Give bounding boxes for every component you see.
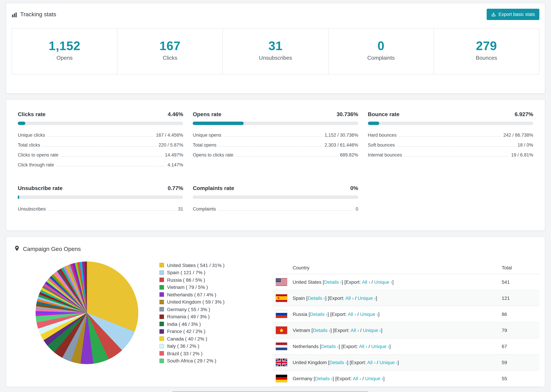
rate-row-label: Total opens [193,142,216,147]
horizontal-scrollbar-thumb[interactable] [172,391,369,392]
details-link[interactable]: Details › [308,295,325,301]
geo-table-body: United States [Details ›] [Export: All ›… [272,274,539,387]
export-all-link[interactable]: All › [367,360,375,365]
rate-row-label: Click through rate [18,162,54,168]
country-cell: Netherlands [Details ›] [Export: All › /… [276,343,502,350]
legend-swatch [160,278,164,282]
dotted-leader [48,210,176,210]
slash: / [360,328,361,333]
legend-item[interactable]: Russia ( 86 / 5% ) [160,276,225,284]
rate-row-value: 4.147% [168,162,183,168]
export-basic-stats-button[interactable]: Export basic stats [487,9,539,20]
tracking-stats-title-group: Tracking stats [12,11,56,18]
export-unique-link[interactable]: Unique › [363,328,381,333]
export-unique-link[interactable]: Unique › [374,279,392,285]
export-all-link[interactable]: All › [345,295,353,301]
geo-pie-chart[interactable] [35,261,138,364]
dotted-leader [47,136,154,137]
legend-item[interactable]: Brazil ( 33 / 2% ) [160,350,225,357]
unsubscribe-rate-progressbar [18,196,183,199]
country-name: United Kingdom [293,360,327,365]
stat-box: 1,152 Opens [12,28,117,74]
rate-row-value: 19 / 6.81% [511,152,533,158]
export-all-link[interactable]: All › [362,279,370,285]
country-cell: Vietnam [Details ›] [Export: All › / Uni… [276,327,502,334]
legend-item[interactable]: Vietnam ( 79 / 5% ) [160,284,225,291]
export-unique-link[interactable]: Unique › [358,295,376,301]
bracket: [ [344,279,346,285]
dotted-leader [218,210,353,210]
export-all-link[interactable]: All › [359,343,367,349]
export-all-link[interactable]: All › [353,376,361,381]
clicks-rate-title: Clicks rate [18,111,46,118]
column-header-total: Total [502,265,536,270]
legend-item[interactable]: Italy ( 36 / 2% ) [160,343,225,350]
legend-swatch [160,322,164,326]
stat-value: 1,152 [12,39,117,53]
rate-row-value: 167 / 4.456% [156,133,183,138]
rate-panel-bounce: Bounce rate 6.927% Hard bounces 242 / 86… [368,111,533,169]
legend-label: Italy ( 36 / 2% ) [167,343,199,349]
details-link[interactable]: Details › [329,360,347,365]
slash: / [355,295,356,301]
rate-row-value: 242 / 86.738% [503,133,533,138]
legend-item[interactable]: France ( 42 / 2% ) [160,328,225,335]
export-unique-link[interactable]: Unique › [365,376,383,381]
rate-row: Internal bounces 19 / 6.81% [368,150,533,160]
geo-body: United States ( 541 / 31% )Spain ( 121 /… [12,261,539,387]
bracket: ] [378,311,380,317]
export-unique-link[interactable]: Unique › [380,360,398,365]
legend-swatch [160,307,164,312]
export-button-label: Export basic stats [498,12,535,17]
rate-row: Opens to clicks rate 689.82% [193,150,358,160]
details-link[interactable]: Details › [315,376,333,381]
stat-value: 0 [328,39,433,53]
rate-row-value: 689.82% [340,152,358,158]
legend-item[interactable]: South Africa ( 29 / 2% ) [160,357,225,364]
export-unique-link[interactable]: Unique › [360,311,378,317]
export-label: Export: [332,311,347,317]
legend-item[interactable]: United States ( 541 / 31% ) [160,261,225,269]
rate-row-value: 220 / 5.87% [159,142,183,147]
legend-swatch [160,351,164,356]
legend-item[interactable]: India ( 46 / 3% ) [160,320,225,328]
export-all-link[interactable]: All › [351,328,359,333]
bracket: ] [383,376,384,381]
country-cell: United States [Details ›] [Export: All ›… [276,278,502,286]
legend-label: United Kingdom ( 59 / 3% ) [167,299,225,305]
total-cell: 79 [502,328,536,333]
bar-chart-icon [12,12,17,17]
export-all-link[interactable]: All › [348,311,356,317]
slash: / [357,311,359,317]
details-link[interactable]: Details › [324,279,342,285]
stat-label: Opens [12,55,117,61]
legend-item[interactable]: Canada ( 40 / 2% ) [160,335,225,343]
bracket: [ [350,360,351,365]
details-link[interactable]: Details › [313,328,330,333]
country-name: Netherlands [293,343,318,349]
country-cell: Spain [Details ›] [Export: All › / Uniqu… [276,294,502,302]
total-cell: 121 [502,295,536,301]
legend-item[interactable]: Romania ( 49 / 3% ) [160,313,225,320]
bracket: ] [376,295,377,301]
stat-value: 167 [117,39,222,53]
rate-row: Clicks to opens rate 14.497% [18,150,183,160]
export-unique-link[interactable]: Unique › [371,343,389,349]
bracket: ] [325,295,326,301]
legend-item[interactable]: United Kingdom ( 59 / 3% ) [160,298,225,306]
legend-item[interactable]: Germany ( 55 / 3% ) [160,306,225,313]
legend-swatch [160,270,164,275]
export-label: Export: [329,295,344,301]
rate-row: Hard bounces 242 / 86.738% [368,130,533,140]
rate-panel-unsubscribe: Unsubscribe rate 0.77% Unsubscribes 31 [18,185,183,214]
legend-item[interactable]: Spain ( 121 / 7% ) [160,269,225,276]
stat-box: 0 Complaints [328,28,433,74]
total-cell: 55 [502,376,536,381]
bracket: [ [330,311,332,317]
export-label: Export: [346,279,361,285]
rate-row-value: 18 / 0% [517,142,533,147]
details-link[interactable]: Details › [310,311,327,317]
opens-rate-progressbar [193,122,358,125]
details-link[interactable]: Details › [321,343,339,349]
legend-item[interactable]: Netherlands ( 67 / 4% ) [160,291,225,298]
